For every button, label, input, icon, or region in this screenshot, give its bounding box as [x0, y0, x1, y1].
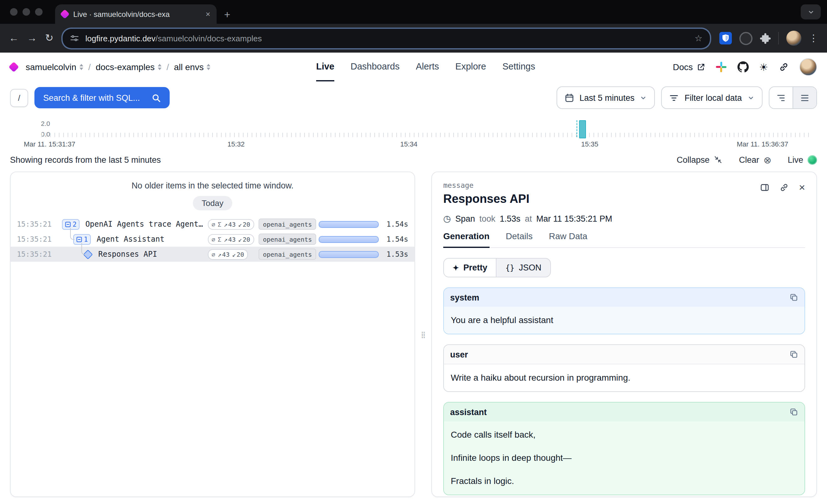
- x-axis-label: 15:32: [227, 140, 244, 148]
- bitwarden-shield-icon[interactable]: [719, 32, 732, 44]
- row-timestamp: 15:35:21: [17, 235, 53, 244]
- app-header: samuelcolvin / docs-examples / all envs …: [0, 53, 827, 82]
- docs-link[interactable]: Docs: [673, 62, 705, 72]
- duration-bar: [319, 221, 379, 228]
- close-icon[interactable]: ×: [799, 182, 805, 193]
- metrics-pill: ∅ Σ ↗43 ↙20: [208, 234, 254, 245]
- browser-profile-avatar[interactable]: [786, 31, 801, 46]
- tree-list-icon: [776, 93, 786, 102]
- message-card-system: system You are a helpful assistant: [443, 287, 805, 334]
- sparkle-icon: ✦: [453, 263, 459, 272]
- slack-icon[interactable]: [715, 61, 727, 72]
- tab-close-icon[interactable]: ×: [206, 9, 210, 19]
- clear-button[interactable]: Clear ⊗: [739, 155, 772, 164]
- split-drag-handle[interactable]: ⣿: [415, 171, 431, 497]
- span-kind-label: message: [443, 181, 805, 190]
- span-detail-panel: message × Responses API ◷ Span took 1.53…: [431, 171, 817, 497]
- forward-button[interactable]: →: [27, 33, 37, 43]
- minus-square-icon: [65, 221, 71, 227]
- new-tab-button[interactable]: +: [224, 9, 230, 20]
- tab-generation[interactable]: Generation: [443, 231, 490, 248]
- duration-bar: [319, 236, 379, 243]
- bookmark-star-icon[interactable]: ☆: [694, 33, 702, 43]
- live-toggle[interactable]: Live: [787, 155, 817, 164]
- copy-icon: [789, 408, 798, 416]
- message-card-user: user Write a haiku about recursion in pr…: [443, 344, 805, 392]
- nav-dashboards[interactable]: Dashboards: [351, 53, 399, 82]
- theme-sun-icon[interactable]: ☀: [759, 61, 768, 73]
- window-close-button[interactable]: [10, 8, 17, 16]
- tree-view-button[interactable]: [769, 87, 792, 108]
- address-bar[interactable]: logfire.pydantic.dev/samuelcolvin/docs-e…: [62, 27, 711, 49]
- share-link-icon[interactable]: [779, 62, 789, 72]
- clock-icon: ◷: [443, 213, 451, 223]
- tree-connector: [70, 228, 75, 240]
- copy-button[interactable]: [789, 408, 798, 416]
- row-duration: 1.54s: [387, 220, 408, 229]
- date-pill: Today: [193, 196, 232, 210]
- row-timestamp: 15:35:21: [17, 250, 53, 259]
- json-view-button[interactable]: {} JSON: [497, 259, 550, 277]
- updown-caret-icon: [207, 64, 211, 70]
- local-filter-select[interactable]: Filter local data: [662, 86, 763, 109]
- tokens-in-icon: ↗: [224, 236, 228, 243]
- detail-tabs: Generation Details Raw Data: [443, 231, 805, 248]
- row-duration: 1.53s: [387, 250, 408, 259]
- browser-menu-icon[interactable]: ⋮: [809, 33, 818, 44]
- copy-link-icon[interactable]: [779, 183, 789, 192]
- minus-square-icon: [77, 236, 82, 242]
- x-axis-label: Mar 11. 15:36:37: [737, 140, 788, 148]
- message-role-header: system: [444, 288, 805, 307]
- trace-row-selected[interactable]: 15:35:21 Responses API ∅ ↗43 ↙20 openai_…: [11, 247, 415, 262]
- slash-shortcut-key[interactable]: /: [10, 89, 28, 107]
- sql-search-button[interactable]: Search & filter with SQL...: [35, 87, 169, 108]
- event-spike-bar[interactable]: [579, 120, 586, 138]
- message-content: Write a haiku about recursion in program…: [444, 364, 805, 391]
- view-toggle: [769, 86, 817, 109]
- toolbar-divider: [778, 32, 779, 44]
- browser-tab[interactable]: Live · samuelcolvin/docs-exa ×: [55, 4, 216, 24]
- null-metric-icon: ∅: [211, 221, 215, 228]
- user-avatar[interactable]: [799, 58, 817, 76]
- password-manager-icon[interactable]: [739, 32, 752, 45]
- sigma-icon: Σ: [217, 221, 221, 228]
- timeline-chart[interactable]: 2.0 0.0 Mar 11. 15:31:37 15:32 15:34 15:…: [0, 114, 827, 150]
- project-selector[interactable]: docs-examples: [96, 62, 161, 72]
- nav-live[interactable]: Live: [316, 53, 334, 82]
- flat-view-button[interactable]: [792, 87, 816, 108]
- org-selector[interactable]: samuelcolvin: [26, 62, 83, 72]
- tab-raw-data[interactable]: Raw Data: [549, 231, 587, 248]
- sigma-icon: Σ: [217, 236, 221, 243]
- copy-button[interactable]: [789, 350, 798, 359]
- browser-toolbar: ← → ↻ logfire.pydantic.dev/samuelcolvin/…: [0, 24, 827, 53]
- null-metric-icon: ∅: [211, 236, 215, 243]
- nav-explore[interactable]: Explore: [455, 53, 486, 82]
- tab-search-button[interactable]: [801, 4, 821, 19]
- detail-title: Responses API: [443, 192, 805, 206]
- grip-dots-icon: ⣿: [421, 331, 426, 338]
- window-zoom-button[interactable]: [35, 8, 43, 16]
- collapse-button[interactable]: Collapse: [677, 155, 723, 164]
- message-content: Code calls itself back, Infinite loops i…: [444, 421, 805, 495]
- span-name: Responses API: [98, 250, 157, 259]
- nav-alerts[interactable]: Alerts: [416, 53, 439, 82]
- search-icon: [151, 93, 160, 102]
- extension-icons: ⋮: [719, 31, 818, 46]
- open-panel-icon[interactable]: [760, 183, 769, 192]
- github-icon[interactable]: [737, 61, 748, 72]
- content-split: No older items in the selected time wind…: [10, 171, 817, 497]
- updown-caret-icon: [158, 64, 161, 70]
- nav-settings[interactable]: Settings: [502, 53, 535, 82]
- window-minimize-button[interactable]: [22, 8, 30, 16]
- extensions-puzzle-icon[interactable]: [760, 33, 771, 44]
- pretty-view-button[interactable]: ✦ Pretty: [444, 259, 497, 277]
- spike-cursor-line: [577, 120, 577, 137]
- back-button[interactable]: ←: [9, 33, 19, 43]
- x-axis-label: Mar 11. 15:31:37: [24, 140, 76, 148]
- reload-button[interactable]: ↻: [45, 33, 53, 43]
- tab-title: Live · samuelcolvin/docs-exa: [73, 10, 201, 18]
- copy-button[interactable]: [789, 293, 798, 302]
- time-range-select[interactable]: Last 5 minutes: [556, 86, 655, 109]
- tab-details[interactable]: Details: [506, 231, 533, 248]
- env-selector[interactable]: all envs: [174, 62, 211, 72]
